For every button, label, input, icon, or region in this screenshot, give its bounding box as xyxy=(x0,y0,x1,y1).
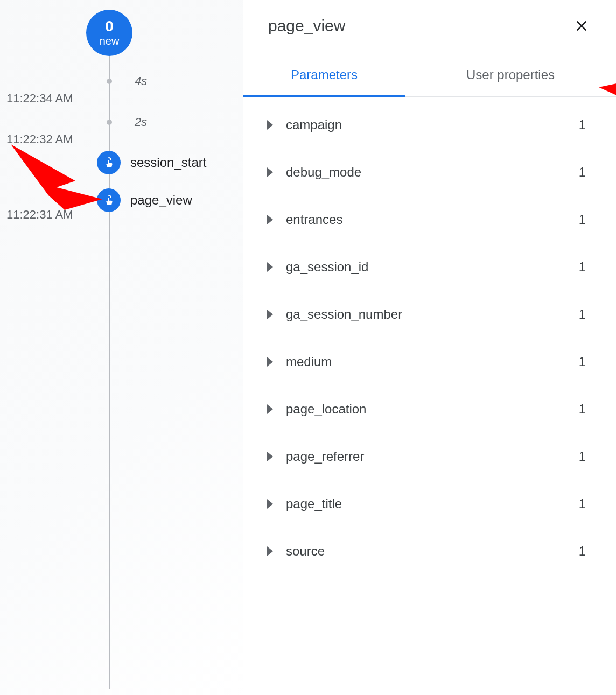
touch-icon xyxy=(97,151,121,174)
expand-icon xyxy=(267,215,273,224)
new-events-count: 0 xyxy=(105,19,114,34)
parameter-row[interactable]: page_referrer 1 xyxy=(243,433,616,480)
timeline-timestamp: 11:22:31 AM xyxy=(6,208,73,222)
parameter-count: 1 xyxy=(579,354,586,369)
new-events-badge[interactable]: 0 new xyxy=(86,10,132,56)
parameter-name: source xyxy=(286,544,579,559)
parameter-name: ga_session_id xyxy=(286,259,579,275)
timeline-gap-dot xyxy=(107,120,112,125)
expand-icon xyxy=(267,546,273,556)
parameter-row[interactable]: page_location 1 xyxy=(243,385,616,433)
tab-label: Parameters xyxy=(291,67,358,82)
timeline-gap-dot xyxy=(107,79,112,84)
tab-label: User properties xyxy=(466,67,555,82)
close-icon xyxy=(575,19,589,33)
timeline-timestamp: 11:22:32 AM xyxy=(6,132,73,146)
timeline-event-name: session_start xyxy=(130,155,206,170)
tab-user-properties[interactable]: User properties xyxy=(405,52,616,96)
expand-icon xyxy=(267,404,273,414)
timeline-axis xyxy=(109,43,110,689)
parameter-row[interactable]: ga_session_id 1 xyxy=(243,243,616,291)
parameter-row[interactable]: campaign 1 xyxy=(243,101,616,149)
parameter-row[interactable]: source 1 xyxy=(243,528,616,575)
expand-icon xyxy=(267,310,273,319)
expand-icon xyxy=(267,167,273,177)
touch-icon xyxy=(97,188,121,212)
new-events-label: new xyxy=(100,35,120,47)
parameter-count: 1 xyxy=(579,165,586,180)
timeline-event-session-start[interactable]: session_start xyxy=(97,151,206,174)
parameter-count: 1 xyxy=(579,402,586,417)
svg-marker-0 xyxy=(11,144,102,210)
parameter-name: campaign xyxy=(286,117,579,132)
expand-icon xyxy=(267,452,273,461)
parameter-row[interactable]: ga_session_number 1 xyxy=(243,291,616,338)
timeline-event-name: page_view xyxy=(130,193,192,208)
timeline-panel: 0 new 4s 11:22:34 AM 2s 11:22:32 AM sess… xyxy=(0,0,243,695)
annotation-arrow-icon xyxy=(5,139,108,214)
parameter-count: 1 xyxy=(579,449,586,464)
parameter-count: 1 xyxy=(579,117,586,132)
parameter-count: 1 xyxy=(579,212,586,227)
parameter-name: page_referrer xyxy=(286,449,579,464)
timeline-event-page-view[interactable]: page_view xyxy=(97,188,192,212)
parameter-row[interactable]: debug_mode 1 xyxy=(243,149,616,196)
parameter-count: 1 xyxy=(579,496,586,511)
close-button[interactable] xyxy=(572,16,591,36)
parameter-row[interactable]: page_title 1 xyxy=(243,480,616,528)
parameter-name: page_location xyxy=(286,402,579,417)
timeline-timestamp: 11:22:34 AM xyxy=(6,92,73,106)
event-detail-panel: page_view Parameters User properties xyxy=(243,0,616,695)
tab-parameters[interactable]: Parameters xyxy=(243,52,405,96)
detail-title: page_view xyxy=(268,17,345,35)
expand-icon xyxy=(267,262,273,272)
detail-tabs: Parameters User properties xyxy=(243,52,616,97)
expand-icon xyxy=(267,357,273,367)
parameter-count: 1 xyxy=(579,259,586,275)
parameter-name: debug_mode xyxy=(286,165,579,180)
parameter-row[interactable]: medium 1 xyxy=(243,338,616,385)
timeline-gap-label: 2s xyxy=(135,115,147,129)
parameter-row[interactable]: entrances 1 xyxy=(243,196,616,243)
parameter-name: ga_session_number xyxy=(286,307,579,322)
parameter-name: medium xyxy=(286,354,579,369)
parameter-count: 1 xyxy=(579,544,586,559)
timeline-gap-label: 4s xyxy=(135,74,147,88)
parameter-name: entrances xyxy=(286,212,579,227)
parameter-name: page_title xyxy=(286,496,579,511)
parameter-list: campaign 1 debug_mode 1 entrances 1 ga_s… xyxy=(243,97,616,695)
detail-header: page_view xyxy=(243,0,616,52)
expand-icon xyxy=(267,120,273,130)
parameter-count: 1 xyxy=(579,307,586,322)
expand-icon xyxy=(267,499,273,509)
